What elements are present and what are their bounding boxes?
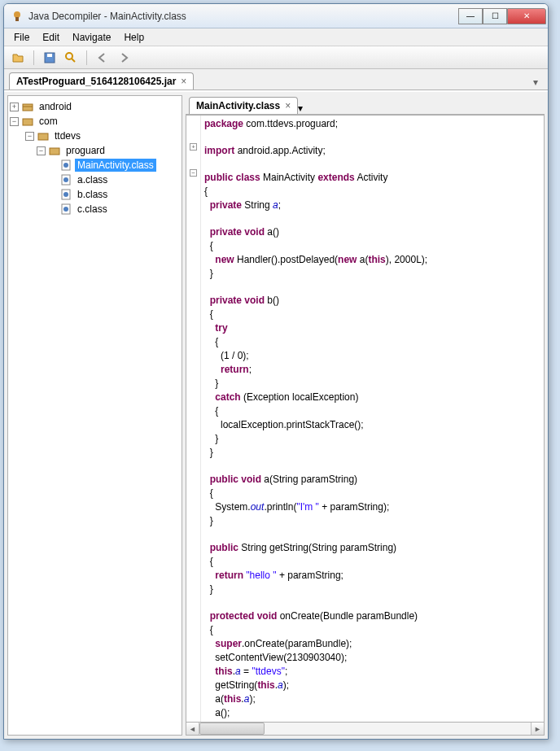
close-button[interactable]: ✕ <box>507 8 546 24</box>
editor-panel: MainActivity.class × ▾ +−package com.ttd… <box>186 95 545 736</box>
save-button[interactable] <box>41 49 59 67</box>
search-button[interactable] <box>62 49 80 67</box>
package-icon <box>48 144 61 157</box>
svg-rect-9 <box>38 133 48 140</box>
collapse-icon[interactable]: − <box>10 117 19 126</box>
svg-point-18 <box>63 207 68 212</box>
menu-navigate[interactable]: Navigate <box>66 30 117 45</box>
class-icon <box>59 188 72 201</box>
svg-rect-1 <box>15 17 19 21</box>
collapse-icon[interactable]: − <box>37 146 46 155</box>
svg-rect-8 <box>23 119 33 125</box>
collapse-icon[interactable]: − <box>25 132 34 141</box>
open-button[interactable] <box>9 49 27 67</box>
tree-panel: + android − com − ttdevs <box>7 95 182 736</box>
toolbar <box>4 46 548 69</box>
scroll-track[interactable] <box>199 723 531 735</box>
class-icon <box>59 203 72 216</box>
class-icon <box>59 159 72 172</box>
tree-node-c[interactable]: c.class <box>10 202 180 216</box>
svg-point-14 <box>63 177 68 182</box>
svg-point-12 <box>63 163 68 168</box>
expand-icon[interactable]: + <box>10 103 19 111</box>
menu-help[interactable]: Help <box>117 30 151 45</box>
svg-point-4 <box>66 53 72 59</box>
minimize-button[interactable]: — <box>458 8 483 24</box>
tab-mainactivity[interactable]: MainActivity.class × <box>189 97 298 114</box>
maximize-button[interactable]: ☐ <box>483 8 507 24</box>
menu-edit[interactable]: Edit <box>36 30 66 45</box>
back-button[interactable] <box>94 49 112 67</box>
separator <box>33 50 34 65</box>
tab-menu-icon[interactable]: ▾ <box>298 103 303 114</box>
tab-label: MainActivity.class <box>196 100 280 111</box>
window-title: Java Decompiler - MainActivity.class <box>28 11 458 22</box>
tree-node-android[interactable]: + android <box>10 99 180 114</box>
tree-node-ttdevs[interactable]: − ttdevs <box>10 129 180 143</box>
package-icon <box>37 129 50 142</box>
jar-tabstrip: ATestProguard_5164128106425.jar × ▾ <box>4 69 548 90</box>
tree-node-b[interactable]: b.class <box>10 187 180 202</box>
tree-node-com[interactable]: − com <box>10 114 180 129</box>
editor-tabstrip: MainActivity.class × ▾ <box>186 95 545 115</box>
tree-node-a[interactable]: a.class <box>10 172 180 187</box>
scroll-thumb[interactable] <box>199 723 265 735</box>
separator <box>86 50 87 65</box>
svg-point-16 <box>63 192 68 197</box>
tab-menu-icon[interactable]: ▾ <box>528 75 543 90</box>
class-icon <box>59 173 72 186</box>
app-window: Java Decompiler - MainActivity.class — ☐… <box>3 3 549 740</box>
tab-label: ATestProguard_5164128106425.jar <box>16 76 176 87</box>
svg-rect-10 <box>50 148 59 155</box>
close-tab-icon[interactable]: × <box>181 76 186 87</box>
titlebar[interactable]: Java Decompiler - MainActivity.class — ☐… <box>4 4 548 28</box>
tab-jar[interactable]: ATestProguard_5164128106425.jar × <box>9 72 194 90</box>
fold-icon[interactable]: − <box>190 169 197 177</box>
code-editor[interactable]: +−package com.ttdevs.proguard; import an… <box>186 115 545 723</box>
scroll-right-icon[interactable]: ► <box>531 723 544 735</box>
gutter: +− <box>186 116 201 722</box>
menubar: File Edit Navigate Help <box>4 28 548 46</box>
svg-rect-3 <box>47 54 52 57</box>
menu-file[interactable]: File <box>7 30 36 45</box>
tree-node-mainactivity[interactable]: MainActivity.class <box>10 158 180 172</box>
tree-node-proguard[interactable]: − proguard <box>10 143 180 158</box>
fold-icon[interactable]: + <box>190 143 197 151</box>
scroll-left-icon[interactable]: ◄ <box>186 723 199 735</box>
svg-point-0 <box>14 11 20 18</box>
svg-rect-6 <box>23 104 33 111</box>
package-icon <box>21 100 34 113</box>
svg-line-5 <box>72 59 75 62</box>
app-icon <box>11 10 24 23</box>
forward-button[interactable] <box>115 49 133 67</box>
horizontal-scrollbar[interactable]: ◄ ► <box>186 723 545 736</box>
package-icon <box>21 115 34 128</box>
close-tab-icon[interactable]: × <box>285 100 291 111</box>
